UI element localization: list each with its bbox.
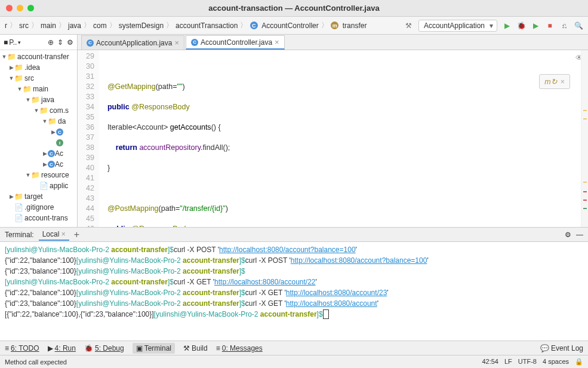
tree-row[interactable]: 📄.gitignore [0, 202, 77, 213]
code-editor[interactable]: 👁 m↻ × 293031323334353637383940414243444… [78, 50, 588, 227]
run-icon[interactable]: ▶ [502, 21, 512, 30]
coverage-icon[interactable]: ▶ [531, 21, 540, 30]
zoom-window[interactable] [27, 5, 34, 11]
status-bar: Method call expected 42:54 LF UTF-8 4 sp… [0, 355, 588, 368]
terminal-panel: Terminal: Local × + ⚙ — [yulinshi@Yulins… [0, 227, 588, 341]
crumb[interactable]: transfer [343, 22, 367, 30]
class-icon: C [250, 22, 258, 29]
tree-row[interactable]: ▼📁java [0, 94, 77, 105]
collapse-all-icon[interactable]: ⇕ [57, 38, 63, 47]
close-icon[interactable]: × [61, 230, 66, 238]
titlebar: account-transaction — AccountController.… [0, 0, 588, 17]
build-tab[interactable]: ⚒ Build [183, 344, 208, 352]
tree-row[interactable]: ▼📁da [0, 116, 77, 127]
stop-icon[interactable]: ■ [545, 21, 555, 30]
tree-row[interactable]: ▼📁com.s [0, 105, 77, 116]
hide-terminal-icon[interactable]: — [576, 231, 583, 239]
main-area: ■ P.. ▾ ⊕ ⇕ ⚙ ▼📁account-transfer ▶📁.idea… [0, 35, 588, 227]
debug-tab[interactable]: 🐞 5: Debug [84, 344, 124, 352]
todo-tab[interactable]: ≡ 6: TODO [5, 344, 39, 352]
terminal-body[interactable]: [yulinshi@Yulins-MacBook-Pro-2 account-t… [0, 242, 588, 341]
project-header: ■ P.. ▾ ⊕ ⇕ ⚙ [0, 35, 77, 50]
terminal-settings-icon[interactable]: ⚙ [565, 231, 571, 239]
method-icon: m [331, 22, 338, 29]
encoding-indicator[interactable]: UTF-8 [518, 358, 537, 366]
tree-row[interactable]: ▶C [0, 127, 77, 137]
project-panel: ■ P.. ▾ ⊕ ⇕ ⚙ ▼📁account-transfer ▶📁.idea… [0, 35, 78, 227]
crumb[interactable]: r [5, 22, 7, 30]
terminal-tab-selector[interactable]: ▣ Terminal [133, 343, 175, 354]
terminal-header: Terminal: Local × + ⚙ — [0, 228, 588, 242]
crumb-sep: 〉 [10, 20, 17, 30]
search-icon[interactable]: 🔍 [574, 21, 583, 30]
line-separator-indicator[interactable]: LF [504, 358, 512, 366]
debug-icon[interactable]: 🐞 [516, 21, 526, 30]
event-log-tab[interactable]: 💬 Event Log [540, 344, 583, 352]
run-tab[interactable]: ▶ 4: Run [48, 344, 76, 352]
tree-row[interactable]: I [0, 137, 77, 148]
status-message: Method call expected [5, 358, 67, 366]
tool-window-tabs: ≡ 6: TODO ▶ 4: Run 🐞 5: Debug ▣ Terminal… [0, 341, 588, 355]
crumb[interactable]: accountTransaction [176, 22, 238, 30]
tab-label: AccountApplication.java [96, 39, 172, 47]
window-title: account-transaction — AccountController.… [208, 4, 379, 13]
run-config-label: AccountApplication [424, 22, 485, 30]
crumb[interactable]: src [19, 22, 29, 30]
crumb[interactable]: systemDesign [119, 22, 164, 30]
class-icon: C [48, 161, 55, 168]
minimize-window[interactable] [17, 5, 23, 11]
vcs-icon[interactable]: ⎌ [559, 21, 569, 30]
tree-row[interactable]: 📄account-trans [0, 213, 77, 223]
settings-gear-icon[interactable]: ⚙ [67, 38, 73, 47]
traffic-lights [6, 5, 34, 11]
tree-row[interactable]: 📄applic [0, 180, 77, 191]
interface-icon: I [56, 139, 63, 146]
close-window[interactable] [6, 5, 13, 11]
project-tree[interactable]: ▼📁account-transfer ▶📁.idea ▼📁src ▼📁main … [0, 50, 77, 227]
crumb[interactable]: java [68, 22, 81, 30]
crumb[interactable]: com [93, 22, 107, 30]
crumb[interactable]: main [41, 22, 56, 30]
tree-row[interactable]: ▼📁main [0, 84, 77, 94]
indent-indicator[interactable]: 4 spaces [543, 358, 569, 366]
editor-tabs: C AccountApplication.java × C AccountCon… [78, 35, 588, 50]
navigation-bar: r〉 src〉 main〉 java〉 com〉 systemDesign〉 a… [0, 17, 588, 35]
close-tab-icon[interactable]: × [174, 38, 179, 47]
error-stripe[interactable] [581, 50, 588, 227]
class-icon: C [87, 39, 94, 47]
lock-icon[interactable]: 🔒 [575, 358, 583, 366]
line-gutter: 293031323334353637383940414243444546 [78, 50, 99, 227]
class-icon: C [191, 39, 198, 46]
editor-area: C AccountApplication.java × C AccountCon… [78, 35, 588, 227]
class-icon: C [48, 150, 55, 157]
new-terminal-icon[interactable]: + [74, 229, 79, 240]
tree-row[interactable]: ▼📁src [0, 73, 77, 84]
editor-tab[interactable]: C AccountApplication.java × [81, 35, 184, 50]
project-view-selector[interactable]: ■ P.. ▾ [4, 38, 21, 47]
messages-tab[interactable]: ≡ 0: Messages [216, 344, 263, 352]
terminal-title: Terminal: [5, 231, 34, 239]
tree-row[interactable]: ▼📁account-transfer [0, 51, 77, 62]
tree-row[interactable]: ▶📁.idea [0, 62, 77, 73]
tree-row[interactable]: ▼📁resource [0, 170, 77, 180]
terminal-tab[interactable]: Local × [39, 229, 69, 241]
class-icon: C [56, 128, 63, 136]
editor-tab[interactable]: C AccountController.java × [186, 35, 285, 50]
close-tab-icon[interactable]: × [275, 38, 279, 47]
line-column-indicator[interactable]: 42:54 [482, 358, 498, 366]
build-icon[interactable]: ⚒ [404, 21, 414, 30]
tab-label: AccountController.java [201, 38, 272, 47]
tree-row[interactable]: ▶📁target [0, 191, 77, 202]
tree-row[interactable]: ▶C Ac [0, 148, 77, 159]
code-content[interactable]: @GetMapping(path="") public @ResponseBod… [99, 50, 581, 227]
tree-row[interactable]: ▶C Ac [0, 159, 77, 170]
run-configuration-selector[interactable]: AccountApplication [418, 20, 497, 32]
select-opened-icon[interactable]: ⊕ [48, 38, 54, 47]
crumb[interactable]: AccountController [261, 22, 318, 30]
